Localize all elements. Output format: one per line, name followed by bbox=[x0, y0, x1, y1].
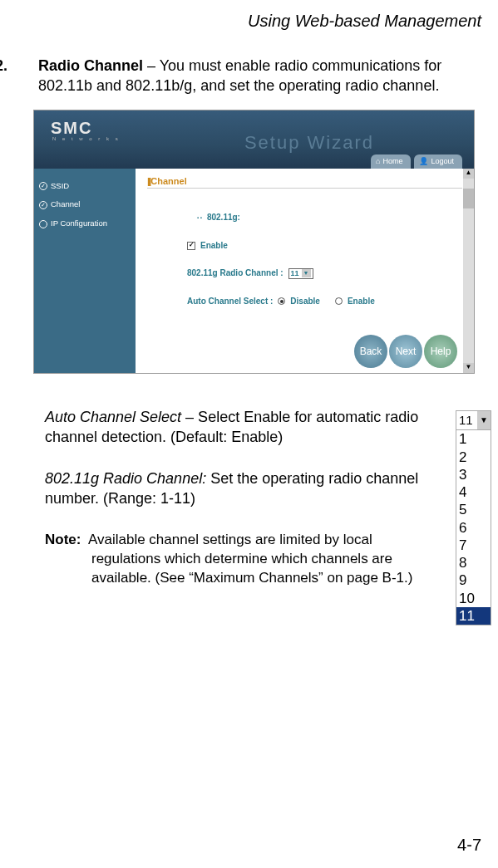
radio-channel-value: 11 bbox=[291, 268, 299, 278]
screenshot-main: ||| Channel ▪ ▪ 802.11g: ✓ Enable 802.11… bbox=[136, 169, 474, 373]
empty-circle-icon bbox=[39, 220, 47, 228]
description-block: Auto Channel Select – Select Enable for … bbox=[0, 374, 444, 588]
enable-label: Enable bbox=[200, 240, 228, 252]
dropdown-option[interactable]: 2 bbox=[456, 449, 491, 466]
channel-dropdown-expanded: 11 ▼ 1234567891011 bbox=[456, 410, 491, 625]
logout-button[interactable]: 👤 Logout bbox=[414, 154, 462, 168]
enable-checkbox[interactable]: ✓ bbox=[187, 242, 195, 250]
auto-enable-label: Enable bbox=[348, 296, 375, 307]
step-intro: 2.Radio Channel – You must enable radio … bbox=[0, 32, 498, 96]
auto-channel-title: Auto Channel Select bbox=[45, 409, 181, 425]
page-header: Using Web-based Management bbox=[0, 0, 498, 32]
dropdown-option[interactable]: 4 bbox=[456, 483, 491, 501]
screenshot-header: SMC N e t w o r k s Setup Wizard ⌂ Home … bbox=[34, 110, 474, 169]
radio-channel-label: 802.11g Radio Channel : bbox=[187, 267, 284, 279]
chevron-down-icon: ▼ bbox=[477, 411, 491, 429]
dropdown-option[interactable]: 10 bbox=[456, 590, 491, 607]
next-button[interactable]: Next bbox=[389, 335, 422, 368]
dropdown-selected[interactable]: 11 ▼ bbox=[456, 411, 491, 430]
help-button[interactable]: Help bbox=[424, 335, 457, 368]
check-icon: ✓ bbox=[39, 182, 47, 190]
section-80211g: 802.11g: bbox=[207, 212, 240, 223]
logout-icon: 👤 bbox=[419, 156, 428, 166]
sidebar-item-channel[interactable]: ✓ Channel bbox=[34, 195, 136, 214]
screenshot-sidebar: ✓ SSID ✓ Channel IP Configuration bbox=[34, 169, 136, 373]
check-icon: ✓ bbox=[39, 201, 47, 209]
home-icon: ⌂ bbox=[376, 156, 380, 166]
scroll-thumb[interactable] bbox=[463, 189, 474, 208]
home-button[interactable]: ⌂ Home bbox=[371, 154, 411, 168]
dropdown-option[interactable]: 6 bbox=[456, 519, 491, 537]
auto-enable-radio[interactable] bbox=[335, 297, 343, 305]
dropdown-option[interactable]: 1 bbox=[456, 430, 491, 448]
scroll-down-icon[interactable]: ▼ bbox=[463, 363, 474, 373]
sidebar-item-ipconfig[interactable]: IP Configuration bbox=[34, 214, 136, 233]
back-button[interactable]: Back bbox=[354, 335, 387, 368]
scroll-up-icon[interactable]: ▲ bbox=[463, 169, 474, 179]
dropdown-option[interactable]: 9 bbox=[456, 571, 491, 589]
radio-channel-desc-title: 802.11g Radio Channel: bbox=[45, 470, 206, 487]
step-title: Radio Channel bbox=[38, 57, 143, 74]
sidebar-ssid-label: SSID bbox=[51, 181, 69, 192]
dropdown-option[interactable]: 8 bbox=[456, 554, 491, 571]
channel-heading: Channel bbox=[150, 176, 186, 186]
logout-label: Logout bbox=[431, 156, 454, 166]
dropdown-selected-value: 11 bbox=[456, 411, 477, 429]
dropdown-option[interactable]: 11 bbox=[456, 607, 491, 625]
embedded-screenshot: SMC N e t w o r k s Setup Wizard ⌂ Home … bbox=[33, 110, 475, 374]
home-label: Home bbox=[382, 156, 402, 166]
radio-channel-select[interactable]: 11 ▼ bbox=[288, 268, 313, 279]
wizard-title: Setup Wizard bbox=[244, 130, 374, 155]
sidebar-ipconfig-label: IP Configuration bbox=[51, 218, 107, 229]
note-label: Note: bbox=[45, 532, 81, 547]
bullet-icon: ▪ ▪ bbox=[197, 214, 202, 221]
chevron-down-icon: ▼ bbox=[302, 269, 311, 277]
smc-logo-sub: N e t w o r k s bbox=[52, 135, 121, 142]
note-text: Available channel settings are limited b… bbox=[88, 532, 413, 586]
sidebar-item-ssid[interactable]: ✓ SSID bbox=[34, 177, 136, 196]
dropdown-options: 1234567891011 bbox=[456, 430, 491, 625]
step-number: 2. bbox=[17, 56, 38, 76]
dropdown-option[interactable]: 7 bbox=[456, 537, 491, 554]
dropdown-option[interactable]: 3 bbox=[456, 466, 491, 483]
auto-disable-label: Disable bbox=[290, 296, 320, 307]
dropdown-option[interactable]: 5 bbox=[456, 501, 491, 518]
auto-disable-radio[interactable] bbox=[278, 297, 285, 305]
scrollbar[interactable]: ▲ ▼ bbox=[463, 169, 474, 373]
auto-channel-label: Auto Channel Select : bbox=[187, 296, 273, 307]
page-number: 4-7 bbox=[457, 834, 481, 856]
sidebar-channel-label: Channel bbox=[51, 199, 80, 210]
